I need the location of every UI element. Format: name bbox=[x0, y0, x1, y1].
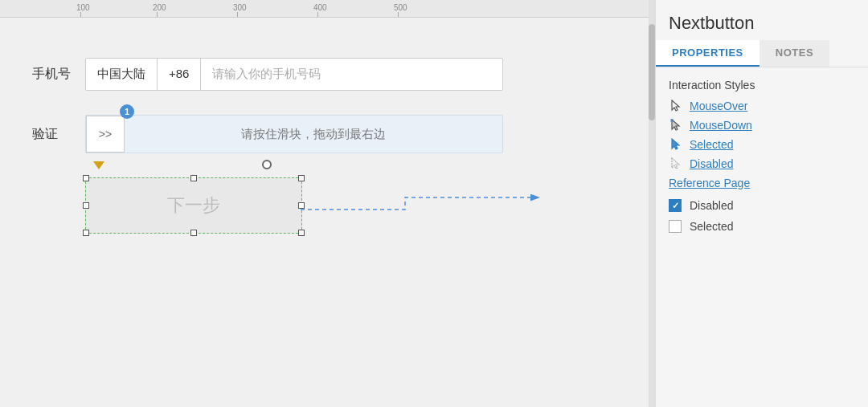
interaction-disabled[interactable]: Disabled bbox=[669, 157, 855, 170]
ruler-mark-500: 500 bbox=[394, 3, 407, 12]
svg-rect-0 bbox=[670, 119, 674, 122]
ruler: 100 200 300 400 500 bbox=[0, 0, 655, 18]
ruler-mark-100: 100 bbox=[76, 3, 90, 12]
cursor-icon-mouseover bbox=[669, 100, 683, 112]
checkbox-disabled-label: Disabled bbox=[690, 199, 733, 212]
phone-code: +86 bbox=[158, 59, 201, 90]
selected-label[interactable]: Selected bbox=[690, 138, 733, 151]
country-name: 中国大陆 bbox=[97, 67, 145, 82]
selection-box: 下一步 bbox=[85, 177, 302, 234]
checkmark-disabled: ✓ bbox=[672, 201, 679, 211]
canvas-content: 手机号 中国大陆 +86 请输入你的手机号码 验证 1 >> 请按住滑块，拖动到… bbox=[0, 18, 655, 250]
connector-arrow bbox=[301, 193, 550, 258]
phone-row: 手机号 中国大陆 +86 请输入你的手机号码 bbox=[32, 58, 623, 91]
right-panel: Nextbutton PROPERTIES NOTES Interaction … bbox=[655, 0, 868, 407]
slider-text: 请按住滑块，拖动到最右边 bbox=[125, 127, 502, 142]
checkbox-selected[interactable] bbox=[669, 220, 682, 233]
panel-tabs: PROPERTIES NOTES bbox=[656, 40, 868, 67]
ruler-mark-400: 400 bbox=[313, 3, 327, 12]
disabled-label[interactable]: Disabled bbox=[690, 157, 733, 170]
handle-tl[interactable] bbox=[83, 175, 89, 181]
tab-notes[interactable]: NOTES bbox=[760, 40, 829, 67]
handle-mr[interactable] bbox=[298, 202, 305, 209]
phone-input-group[interactable]: 中国大陆 +86 请输入你的手机号码 bbox=[85, 58, 503, 91]
badge-number: 1 bbox=[120, 104, 134, 119]
interaction-selected[interactable]: Selected bbox=[669, 138, 855, 151]
cursor-icon-mousedown bbox=[669, 119, 683, 132]
checkbox-selected-label: Selected bbox=[690, 220, 733, 233]
slider-container[interactable]: 1 >> 请按住滑块，拖动到最右边 bbox=[85, 115, 503, 153]
checkbox-selected-row[interactable]: Selected bbox=[669, 220, 855, 233]
scrollbar-track[interactable] bbox=[649, 0, 655, 407]
phone-placeholder[interactable]: 请输入你的手机号码 bbox=[201, 59, 502, 90]
triangle-marker bbox=[93, 161, 104, 169]
verify-label: 验证 bbox=[32, 126, 72, 143]
handle-bc[interactable] bbox=[190, 230, 197, 236]
panel-title: Nextbutton bbox=[656, 0, 868, 40]
country-selector[interactable]: 中国大陆 bbox=[86, 59, 158, 90]
reference-page-link[interactable]: Reference Page bbox=[669, 177, 855, 189]
slider-handle[interactable]: >> bbox=[86, 116, 125, 153]
interaction-mousedown[interactable]: MouseDown bbox=[669, 119, 855, 132]
next-button-area: 下一步 bbox=[85, 177, 623, 234]
cursor-icon-selected bbox=[669, 138, 683, 151]
ruler-mark-300: 300 bbox=[233, 3, 247, 12]
scrollbar-thumb[interactable] bbox=[649, 24, 655, 120]
handle-br[interactable] bbox=[298, 230, 305, 236]
handle-ml[interactable] bbox=[83, 202, 89, 209]
cursor-icon-disabled bbox=[669, 157, 683, 170]
handle-bl[interactable] bbox=[83, 230, 89, 236]
checkbox-disabled-row[interactable]: ✓ Disabled bbox=[669, 199, 855, 212]
checkbox-disabled[interactable]: ✓ bbox=[669, 199, 682, 212]
phone-label: 手机号 bbox=[32, 66, 72, 83]
mousedown-label[interactable]: MouseDown bbox=[690, 119, 752, 132]
verify-row: 验证 1 >> 请按住滑块，拖动到最右边 bbox=[32, 115, 623, 153]
handle-tc[interactable] bbox=[190, 175, 197, 181]
handle-tr[interactable] bbox=[298, 175, 305, 181]
circle-marker bbox=[262, 160, 272, 169]
panel-body: Interaction Styles MouseOver MouseDown bbox=[656, 67, 868, 407]
selection-border bbox=[85, 177, 302, 234]
mouseover-label[interactable]: MouseOver bbox=[690, 100, 747, 112]
interaction-styles-title: Interaction Styles bbox=[669, 79, 855, 92]
canvas-area: 100 200 300 400 500 手机号 中国大陆 +86 请输入你的手机… bbox=[0, 0, 655, 407]
interaction-mouseover[interactable]: MouseOver bbox=[669, 100, 855, 112]
tab-properties[interactable]: PROPERTIES bbox=[656, 40, 760, 67]
ruler-mark-200: 200 bbox=[153, 3, 166, 12]
